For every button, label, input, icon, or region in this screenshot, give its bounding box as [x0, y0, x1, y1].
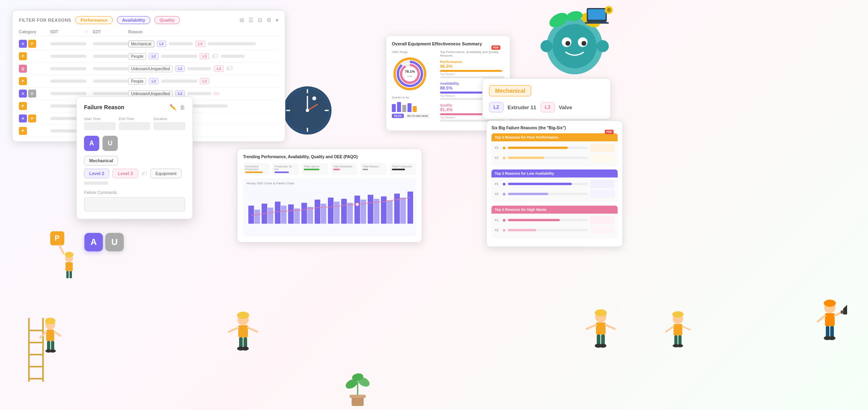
item-bar-track	[508, 183, 588, 185]
item-bar-track	[508, 157, 588, 159]
level2-tag[interactable]: L2	[157, 41, 167, 47]
svg-rect-13	[254, 210, 260, 224]
l3-value: Valve	[559, 104, 572, 110]
svg-rect-28	[354, 196, 360, 224]
mechanical-tag-card: Mechanical L2 Extruder 11 L3 Valve	[482, 78, 611, 119]
trend-metric-reason: Total Reason	[360, 163, 387, 175]
metric-name: Total Production	[392, 165, 414, 168]
metric-name: Scheduled Production	[245, 165, 267, 171]
tag-performance[interactable]: Performance	[75, 16, 113, 24]
level3-tag[interactable]	[214, 92, 219, 95]
level3-tag[interactable]: L3	[200, 53, 210, 59]
filter-header: FILTER FOR REASONS Performance Availabil…	[19, 16, 278, 24]
modal-level3[interactable]: Level 3	[113, 169, 138, 178]
level2-tag[interactable]: L2	[149, 78, 159, 84]
svg-rect-48	[46, 330, 54, 341]
table-row: P People L2 L3	[19, 75, 278, 88]
tag-availability[interactable]: Availability	[117, 16, 151, 24]
svg-rect-61	[66, 271, 69, 278]
svg-rect-36	[407, 192, 413, 224]
level3-tag[interactable]: L3	[214, 65, 224, 72]
reason-row: Unknown/Unspecified L2	[128, 90, 278, 97]
chart-label: Hourly OEE Chart & Pareto Chart	[246, 182, 413, 185]
row3-badges: Q	[19, 65, 47, 73]
floating-badge-u: U	[105, 233, 124, 251]
item-dot	[503, 147, 506, 149]
reason-mechanical[interactable]: Mechanical	[128, 41, 154, 47]
level2-tag[interactable]: L2	[175, 90, 185, 97]
trend-metric-production: Production So Far	[272, 163, 299, 175]
col-sdt: SDT	[50, 30, 82, 34]
level2-tag[interactable]: L2	[175, 65, 185, 72]
grid-icon[interactable]: ⊞	[240, 17, 244, 23]
level2-tag[interactable]: L2	[149, 53, 159, 59]
overall-val1: 78.1%	[392, 114, 404, 118]
tag-quality[interactable]: Quality	[154, 16, 180, 24]
metric-bar	[362, 169, 368, 170]
plant-decoration	[342, 362, 374, 410]
mech-tag[interactable]: Mechanical	[489, 85, 531, 96]
metric-name: Total Uptime	[304, 165, 326, 168]
svg-rect-35	[400, 198, 406, 224]
pdf-icon[interactable]: PDF	[605, 130, 614, 134]
metric-bar	[245, 171, 263, 173]
table-icon[interactable]: ⊟	[258, 17, 262, 23]
floating-badge-a: A	[84, 233, 103, 251]
edit-icon[interactable]: ✏️	[170, 104, 176, 110]
delete-icon[interactable]: 🗑	[180, 104, 185, 110]
reason-people[interactable]: People	[128, 53, 146, 60]
bfc-avail-body: #1 #2	[491, 177, 618, 202]
badge-p: P	[28, 40, 36, 48]
reason-people[interactable]: People	[128, 78, 146, 85]
item-sparkline	[590, 144, 614, 152]
row6-badges: P	[19, 102, 47, 110]
item-num: #1	[495, 146, 500, 150]
modal-equipment[interactable]: Equipment	[150, 169, 182, 178]
level3-tag[interactable]: L3	[200, 78, 210, 84]
bfc-item: #2	[495, 226, 614, 234]
item-bar-track	[508, 219, 588, 221]
svg-rect-91	[238, 325, 248, 337]
svg-rect-47	[45, 322, 55, 324]
l2-label: L2	[489, 102, 504, 112]
reason-unknown[interactable]: Unknown/Unspecified	[128, 90, 173, 97]
comments-input[interactable]	[84, 197, 185, 212]
settings-icon[interactable]: ⚙	[266, 17, 272, 23]
item-dot	[503, 183, 506, 186]
svg-line-101	[587, 325, 596, 329]
oee-donut-chart: 78.1% OEE	[392, 56, 428, 92]
trend-metric-total: Total Production	[390, 163, 416, 175]
list-icon[interactable]: ☰	[248, 17, 254, 23]
svg-rect-15	[268, 208, 273, 224]
table-header: Category SDT ↑ EDT Reason	[19, 28, 278, 36]
trend-title: Trending Performance, Availability, Qual…	[243, 155, 416, 159]
modal-reason[interactable]: Mechanical	[84, 156, 118, 165]
modal-level2[interactable]: Level 2	[84, 169, 109, 178]
modal-levels-row: Level 2 Level 3 🏷 Equipment	[84, 169, 185, 185]
oee-card-inner: Overall Equipment Effectiveness Summary …	[392, 41, 504, 46]
table-row: P People L2 L3 🏷	[19, 50, 278, 63]
svg-point-126	[677, 344, 683, 347]
mech-levels: L2 Extruder 11 L3 Valve	[489, 102, 604, 112]
svg-rect-39	[42, 318, 44, 382]
pdf-icon[interactable]: PDF	[491, 45, 500, 50]
svg-rect-62	[70, 271, 72, 278]
modal-badges-row: A U	[84, 136, 185, 151]
item-bar-fill	[508, 157, 544, 159]
svg-rect-33	[387, 200, 393, 224]
svg-line-111	[818, 316, 825, 322]
big-failure-card: Six Big Failure Reasons (the "Big-Six") …	[486, 120, 623, 247]
svg-line-102	[606, 325, 615, 329]
metric-performance-fill	[440, 70, 502, 72]
reason-bar2	[221, 55, 245, 58]
level3-tag[interactable]: L3	[195, 41, 205, 47]
trend-chart-svg	[246, 188, 415, 232]
reason-bar	[169, 42, 193, 45]
sdt-bar	[50, 67, 86, 70]
item-dot	[503, 219, 506, 222]
edt-bar	[93, 55, 129, 58]
edt-bar	[93, 42, 129, 45]
chevron-down-icon[interactable]: ▾	[276, 17, 278, 23]
item-num: #1	[495, 218, 500, 222]
reason-unknown[interactable]: Unknown/Unspecified	[128, 65, 173, 72]
